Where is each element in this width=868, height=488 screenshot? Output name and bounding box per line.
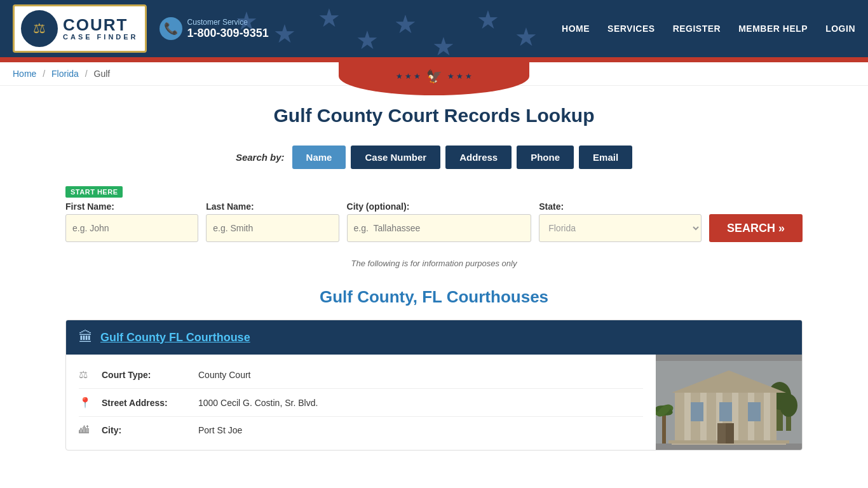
main-content: Gulf County Court Records Lookup Search … [53,86,815,470]
tab-address[interactable]: Address [445,146,512,169]
site-header: ★ ★ ★ ★ ★ ★ ★ ★ ⚖ COURT CASE FINDER 📞 Cu… [0,0,868,57]
search-form: START HERE First Name: Last Name: City (… [65,179,803,248]
nav-home[interactable]: HOME [562,24,590,34]
courthouse-building-icon: 🏛 [79,329,93,346]
cs-phone: 1-800-309-9351 [187,27,269,40]
state-group: State: Florida Alabama Georgia [539,201,702,242]
star-icon: ★ [318,3,341,32]
nav-login[interactable]: LOGIN [825,24,855,34]
ribbon-curve: ★ ★ ★ 🦅 ★ ★ ★ [339,57,529,95]
last-name-input[interactable] [206,214,339,242]
state-select[interactable]: Florida Alabama Georgia [539,214,702,242]
tab-case-number[interactable]: Case Number [351,146,440,169]
address-icon: 📍 [79,396,94,409]
courthouse-card: 🏛 Gulf County FL Courthouse ⚖ Court Type… [65,320,803,451]
breadcrumb-home[interactable]: Home [13,69,36,79]
search-by-row: Search by: Name Case Number Address Phon… [65,146,803,169]
last-name-label: Last Name: [206,201,339,212]
cs-label: Customer Service [187,18,269,27]
courthouse-details: ⚖ Court Type: County Court 📍 Street Addr… [66,355,656,450]
logo-case-finder-text: CASE FINDER [63,33,139,41]
ribbon-stars-right: ★ ★ ★ [447,72,473,81]
star-icon: ★ [515,22,538,51]
detail-row-address: 📍 Street Address: 1000 Cecil G. Costin, … [79,389,643,417]
courthouses-title: Gulf County, FL Courthouses [65,287,803,307]
detail-row-court-type: ⚖ Court Type: County Court [79,361,643,389]
ribbon-bar: ★ ★ ★ 🦅 ★ ★ ★ [0,57,868,62]
header-left: ⚖ COURT CASE FINDER 📞 Customer Service 1… [13,4,269,53]
breadcrumb-current: Gulf [94,69,111,79]
phone-icon: 📞 [159,17,182,40]
tab-phone[interactable]: Phone [517,146,574,169]
tab-name[interactable]: Name [292,146,346,169]
search-by-label: Search by: [236,152,285,163]
ribbon-stars-left: ★ ★ ★ [396,72,421,81]
courthouse-header: 🏛 Gulf County FL Courthouse [66,320,802,355]
page-title: Gulf County Court Records Lookup [65,105,803,126]
tab-email[interactable]: Email [579,146,632,169]
svg-rect-25 [656,361,802,444]
city-label: City (optional): [347,201,532,212]
courthouse-name-link[interactable]: Gulf County FL Courthouse [100,331,250,344]
star-icon: ★ [273,19,296,48]
courthouse-body: ⚖ Court Type: County Court 📍 Street Addr… [66,355,802,450]
court-type-label: Court Type: [102,370,191,380]
start-here-badge: START HERE [65,186,123,198]
city-detail-label: City: [102,425,191,435]
city-icon: 🏙 [79,424,94,436]
first-name-group: First Name: [65,201,198,242]
main-nav: HOME SERVICES REGISTER MEMBER HELP LOGIN [562,24,855,34]
city-input[interactable] [347,214,532,242]
court-type-value: County Court [198,370,250,380]
breadcrumb-sep-1: / [43,69,45,79]
courthouse-image [656,355,802,450]
first-name-label: First Name: [65,201,198,212]
nav-register[interactable]: REGISTER [673,24,721,34]
state-label: State: [539,201,702,212]
address-value: 1000 Cecil G. Costin, Sr. Blvd. [198,398,318,408]
customer-service: 📞 Customer Service 1-800-309-9351 [159,17,269,40]
logo-text: COURT CASE FINDER [63,17,139,41]
detail-row-city: 🏙 City: Port St Joe [79,417,643,444]
site-logo[interactable]: ⚖ COURT CASE FINDER [13,4,147,53]
address-label: Street Address: [102,398,191,408]
star-icon: ★ [394,10,417,39]
breadcrumb-florida[interactable]: Florida [51,69,79,79]
star-icon: ★ [432,32,455,57]
breadcrumb-sep-2: / [85,69,88,79]
customer-service-text: Customer Service 1-800-309-9351 [187,18,269,40]
search-button[interactable]: SEARCH » [709,214,803,242]
first-name-input[interactable] [65,214,198,242]
star-icon: ★ [477,5,499,34]
last-name-group: Last Name: [206,201,339,242]
city-detail-value: Port St Joe [198,425,242,435]
nav-services[interactable]: SERVICES [607,24,655,34]
eagle-icon: 🦅 [426,69,442,84]
star-icon: ★ [356,25,379,55]
nav-member-help[interactable]: MEMBER HELP [738,24,808,34]
city-group: City (optional): [347,201,532,242]
form-row: First Name: Last Name: City (optional): … [65,201,803,242]
logo-court-text: COURT [63,17,128,33]
court-type-icon: ⚖ [79,369,94,381]
info-note: The following is for information purpose… [65,259,803,268]
logo-emblem: ⚖ [21,10,58,47]
